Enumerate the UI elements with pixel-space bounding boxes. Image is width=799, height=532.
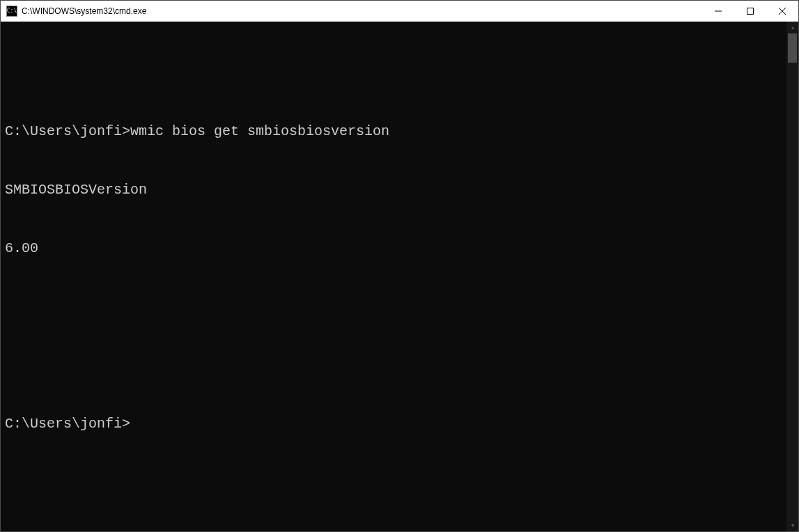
cmd-icon: C:\ — [6, 6, 17, 17]
svg-rect-1 — [747, 8, 754, 15]
window-title: C:\WINDOWS\system32\cmd.exe — [22, 6, 702, 16]
titlebar[interactable]: C:\ C:\WINDOWS\system32\cmd.exe — [1, 1, 798, 22]
window-controls — [702, 1, 798, 22]
prompt: C:\Users\jonfi> — [5, 123, 130, 139]
close-button[interactable] — [766, 1, 798, 22]
maximize-icon — [747, 8, 754, 15]
scroll-down-button[interactable]: ▾ — [786, 519, 798, 531]
chevron-down-icon: ▾ — [791, 522, 794, 529]
terminal-prompt-line: C:\Users\jonfi> — [5, 414, 782, 434]
minimize-button[interactable] — [702, 1, 734, 22]
terminal-blank-line — [5, 63, 782, 83]
vertical-scrollbar[interactable]: ▴ ▾ — [786, 22, 798, 531]
scroll-up-button[interactable]: ▴ — [786, 22, 798, 33]
terminal-blank-line — [5, 356, 782, 375]
terminal-output-value: 6.00 — [5, 239, 782, 258]
scroll-thumb[interactable] — [788, 33, 797, 63]
prompt: C:\Users\jonfi> — [5, 416, 130, 432]
close-icon — [779, 8, 786, 15]
minimize-icon — [715, 8, 722, 15]
cmd-window: C:\ C:\WINDOWS\system32\cmd.exe — [0, 0, 799, 532]
cmd-icon-text: C:\ — [7, 8, 17, 14]
maximize-button[interactable] — [734, 1, 766, 22]
terminal-area: C:\Users\jonfi>wmic bios get smbiosbiosv… — [1, 22, 798, 531]
chevron-up-icon: ▴ — [791, 24, 794, 31]
terminal-blank-line — [5, 297, 782, 317]
command-text: wmic bios get smbiosbiosversion — [130, 123, 389, 139]
terminal-command-line: C:\Users\jonfi>wmic bios get smbiosbiosv… — [5, 122, 782, 141]
terminal-output-header: SMBIOSBIOSVersion — [5, 180, 782, 200]
terminal[interactable]: C:\Users\jonfi>wmic bios get smbiosbiosv… — [1, 22, 786, 531]
